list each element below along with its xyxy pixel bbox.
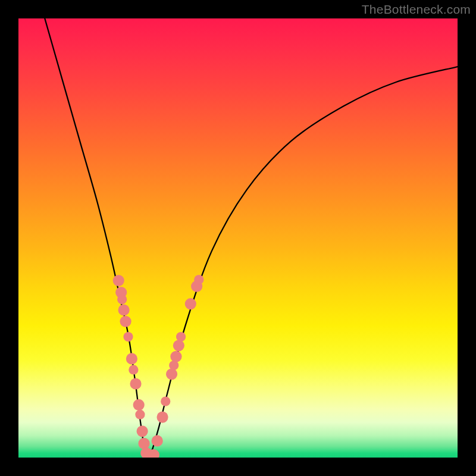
chart-frame: TheBottleneck.com <box>0 0 476 476</box>
data-marker <box>194 275 203 284</box>
data-marker <box>185 298 196 309</box>
data-marker <box>118 304 130 315</box>
data-marker <box>135 410 145 419</box>
data-marker <box>173 340 184 351</box>
data-marker <box>156 412 168 423</box>
watermark-text: TheBottleneck.com <box>362 2 471 17</box>
chart-svg <box>18 18 458 458</box>
data-marker <box>120 316 131 327</box>
data-marker <box>129 365 138 374</box>
data-marker <box>113 275 124 286</box>
data-marker <box>161 396 170 406</box>
data-marker <box>176 332 186 342</box>
data-marker <box>152 435 163 446</box>
data-marker <box>137 425 148 437</box>
bottleneck-curve <box>45 18 458 458</box>
data-marker <box>166 368 177 380</box>
data-marker <box>170 351 181 362</box>
data-marker <box>117 295 127 304</box>
data-marker <box>138 438 149 449</box>
data-marker <box>126 353 137 364</box>
data-marker <box>130 378 141 389</box>
data-marker <box>123 332 133 342</box>
curve-group <box>45 18 458 458</box>
plot-area <box>18 18 458 458</box>
data-marker <box>133 399 145 411</box>
